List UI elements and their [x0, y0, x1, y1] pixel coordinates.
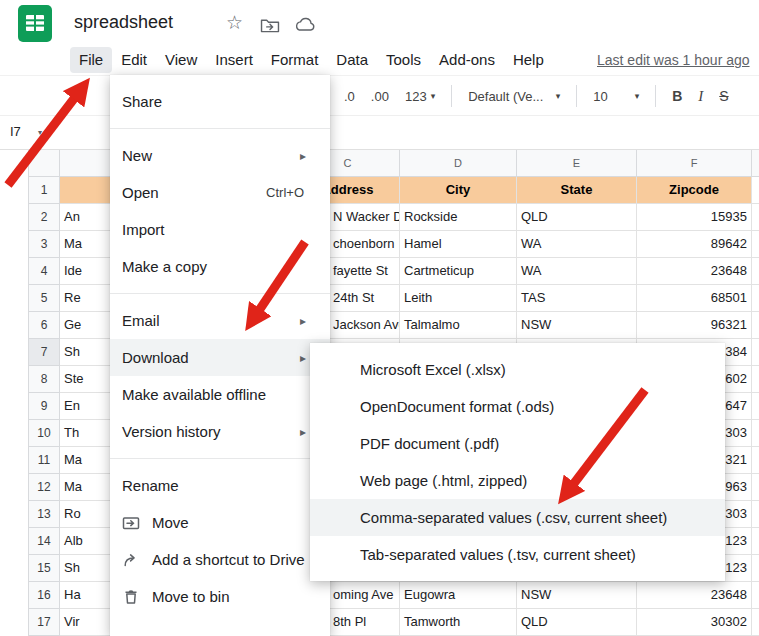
column-header-f[interactable]: F [637, 150, 752, 177]
row-header-6[interactable]: 6 [28, 312, 60, 339]
strikethrough-button[interactable]: S [713, 84, 734, 108]
row-header-13[interactable]: 13 [28, 501, 60, 528]
cell-D2[interactable]: Rockside [400, 204, 517, 231]
file-menu-item-make-available-offline[interactable]: Make available offline [110, 376, 330, 413]
cell-F2[interactable]: 15935 [637, 204, 752, 231]
row-header-12[interactable]: 12 [28, 474, 60, 501]
row-header-4[interactable]: 4 [28, 258, 60, 285]
cell-G8[interactable] [752, 366, 759, 393]
cell-D3[interactable]: Hamel [400, 231, 517, 258]
cell-G2[interactable] [752, 204, 759, 231]
decrease-decimal-button[interactable]: .0 [338, 85, 361, 108]
menubar-item-tools[interactable]: Tools [377, 47, 430, 73]
cell-G5[interactable] [752, 285, 759, 312]
file-menu-item-make-a-copy[interactable]: Make a copy [110, 248, 330, 285]
file-menu-item-email[interactable]: Email▸ [110, 302, 330, 339]
cell-G11[interactable] [752, 447, 759, 474]
cell-E4[interactable]: WA [517, 258, 637, 285]
document-title[interactable]: spreadsheet [74, 12, 173, 33]
cell-F3[interactable]: 89642 [637, 231, 752, 258]
cell-D17[interactable]: Tamworth [400, 609, 517, 636]
row-header-5[interactable]: 5 [28, 285, 60, 312]
cell-G7[interactable] [752, 339, 759, 366]
cell-G17[interactable] [752, 609, 759, 636]
menubar-item-file[interactable]: File [70, 47, 112, 73]
cell-G16[interactable] [752, 582, 759, 609]
download-submenu-item-pdf-document-pdf[interactable]: PDF document (.pdf) [310, 425, 725, 462]
cell-F4[interactable]: 23648 [637, 258, 752, 285]
row-header-7[interactable]: 7 [28, 339, 60, 366]
increase-decimal-button[interactable]: .00 [365, 85, 395, 108]
name-box[interactable]: I7 [10, 124, 21, 139]
cell-G1[interactable] [752, 177, 759, 204]
menubar-item-edit[interactable]: Edit [112, 47, 156, 73]
cell-E16[interactable]: NSW [517, 582, 637, 609]
row-header-2[interactable]: 2 [28, 204, 60, 231]
cell-G14[interactable] [752, 528, 759, 555]
file-menu-item-version-history[interactable]: Version history▸ [110, 413, 330, 450]
move-folder-icon[interactable] [260, 17, 280, 33]
cell-F5[interactable]: 68501 [637, 285, 752, 312]
menubar-item-data[interactable]: Data [327, 47, 377, 73]
cell-E5[interactable]: TAS [517, 285, 637, 312]
sheets-logo[interactable] [18, 5, 52, 42]
row-header-3[interactable]: 3 [28, 231, 60, 258]
cell-F17[interactable]: 30302 [637, 609, 752, 636]
star-icon[interactable]: ☆ [226, 11, 243, 34]
menubar-item-format[interactable]: Format [262, 47, 328, 73]
row-header-8[interactable]: 8 [28, 366, 60, 393]
cell-G6[interactable] [752, 312, 759, 339]
menubar-item-insert[interactable]: Insert [206, 47, 262, 73]
cell-D6[interactable]: Talmalmo [400, 312, 517, 339]
row-header-11[interactable]: 11 [28, 447, 60, 474]
cell-F6[interactable]: 96321 [637, 312, 752, 339]
cloud-status-icon[interactable] [294, 17, 316, 33]
cell-D16[interactable]: Eugowra [400, 582, 517, 609]
cell-G10[interactable] [752, 420, 759, 447]
column-header-g[interactable] [752, 150, 759, 177]
cell-E17[interactable]: QLD [517, 609, 637, 636]
number-format-button[interactable]: 123 ▾ [399, 85, 441, 108]
file-menu-item-move-to-bin[interactable]: Move to bin [110, 578, 330, 615]
file-menu-item-move[interactable]: Move [110, 504, 330, 541]
row-header-17[interactable]: 17 [28, 609, 60, 636]
cell-D4[interactable]: Cartmeticup [400, 258, 517, 285]
cell-E2[interactable]: QLD [517, 204, 637, 231]
download-submenu-item-opendocument-format-ods[interactable]: OpenDocument format (.ods) [310, 388, 725, 425]
font-size-selector[interactable]: 10 ▾ [587, 85, 645, 108]
column-header-d[interactable]: D [400, 150, 517, 177]
italic-button[interactable]: I [692, 84, 709, 109]
font-family-selector[interactable]: Default (Ve... ▾ [462, 85, 566, 108]
cell-G12[interactable] [752, 474, 759, 501]
cell-D1[interactable]: City [400, 177, 517, 204]
menubar-item-add-ons[interactable]: Add-ons [430, 47, 504, 73]
file-menu-item-add-a-shortcut-to-drive[interactable]: Add a shortcut to Drive [110, 541, 330, 578]
bold-button[interactable]: B [666, 84, 688, 108]
cell-F16[interactable]: 23648 [637, 582, 752, 609]
cell-G15[interactable] [752, 555, 759, 582]
row-header-10[interactable]: 10 [28, 420, 60, 447]
row-header-1[interactable]: 1 [28, 177, 60, 204]
cell-G9[interactable] [752, 393, 759, 420]
cell-G3[interactable] [752, 231, 759, 258]
cell-E6[interactable]: NSW [517, 312, 637, 339]
download-submenu-item-comma-separated-values-csv-current-sheet[interactable]: Comma-separated values (.csv, current sh… [310, 499, 725, 536]
file-menu-item-new[interactable]: New▸ [110, 137, 330, 174]
file-menu-item-download[interactable]: Download▸ [110, 339, 330, 376]
row-header-9[interactable]: 9 [28, 393, 60, 420]
download-submenu-item-microsoft-excel-xlsx[interactable]: Microsoft Excel (.xlsx) [310, 351, 725, 388]
download-submenu-item-web-page-html-zipped[interactable]: Web page (.html, zipped) [310, 462, 725, 499]
file-menu-item-share[interactable]: Share [110, 83, 330, 120]
row-header-14[interactable]: 14 [28, 528, 60, 555]
file-menu-item-open[interactable]: OpenCtrl+O [110, 174, 330, 211]
menubar-item-help[interactable]: Help [504, 47, 553, 73]
cell-E1[interactable]: State [517, 177, 637, 204]
select-all-corner[interactable] [28, 150, 60, 177]
row-header-15[interactable]: 15 [28, 555, 60, 582]
cell-D5[interactable]: Leith [400, 285, 517, 312]
cell-G4[interactable] [752, 258, 759, 285]
menubar-item-view[interactable]: View [156, 47, 206, 73]
row-header-16[interactable]: 16 [28, 582, 60, 609]
cell-E3[interactable]: WA [517, 231, 637, 258]
cell-G13[interactable] [752, 501, 759, 528]
